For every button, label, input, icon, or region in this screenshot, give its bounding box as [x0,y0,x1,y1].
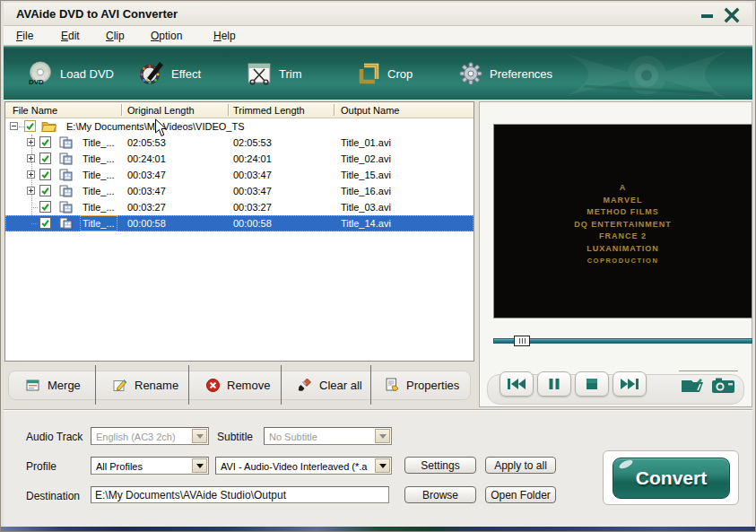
stop-icon [586,378,598,390]
snapshot-button[interactable] [711,377,736,398]
remove-icon [206,379,220,392]
video-preview: A MARVEL METHOD FILMS DQ ENTERTAINMENT F… [493,124,752,318]
clear-all-label: Clear all [319,379,362,392]
minimize-icon [701,14,713,18]
open-folder-button[interactable]: Open Folder [485,486,556,503]
menu-file[interactable]: File [13,29,37,43]
col-trimmed-length[interactable]: Trimmed Length [233,105,305,116]
checkbox[interactable] [39,153,51,164]
svg-text:DVD: DVD [29,78,44,86]
effect-wheel-icon [138,60,165,87]
slider-thumb[interactable] [514,336,530,346]
audio-track-label: Audio Track [26,431,83,443]
video-clip-icon [59,185,73,199]
expand-icon[interactable] [27,187,35,195]
merge-icon [26,379,40,392]
file-list: File Name Original Length Trimmed Length… [4,101,474,362]
crop-button[interactable]: Crop [356,57,413,90]
subtitle-select: No Subtitle [264,427,392,445]
video-clip-icon [59,153,73,167]
video-credits-text: A MARVEL METHOD FILMS DQ ENTERTAINMENT F… [494,182,752,267]
checkbox[interactable] [39,185,51,196]
skip-forward-icon [620,378,639,390]
browse-button[interactable]: Browse [404,486,476,503]
checkbox[interactable] [24,120,36,132]
pause-button[interactable] [537,371,571,397]
merge-button[interactable]: Merge [26,374,81,396]
rename-icon [113,379,127,392]
rename-button[interactable]: Rename [113,374,178,396]
load-dvd-button[interactable]: DVD Load DVD [27,57,114,90]
properties-button[interactable]: Properties [385,374,459,396]
table-row[interactable]: Title_... 00:03:27 00:03:27 Title_03.avi [5,199,474,215]
convert-label: Convert [613,467,729,489]
menu-help[interactable]: Help [210,29,239,43]
col-original-length[interactable]: Original Length [127,105,195,116]
merge-label: Merge [48,379,81,392]
dropdown-arrow-icon [379,434,387,439]
profile-select[interactable]: All Profiles [91,457,209,475]
expand-icon[interactable] [27,138,35,146]
col-file-name[interactable]: File Name [13,105,57,116]
subtitle-label: Subtitle [217,431,253,443]
remove-button[interactable]: Remove [206,374,270,396]
video-clip-icon [59,136,73,151]
dvd-disc-icon: DVD [27,60,54,87]
stop-button[interactable] [575,371,609,397]
menu-option[interactable]: Option [147,29,186,43]
menu-edit[interactable]: Edit [57,29,83,43]
open-output-folder-button[interactable] [679,377,706,398]
crop-label: Crop [387,67,413,81]
properties-icon [385,378,399,392]
destination-label: Destination [26,490,80,502]
video-clip-icon [59,217,73,231]
table-row[interactable]: Title_... 00:03:47 00:03:47 Title_15.avi [5,167,474,183]
load-dvd-label: Load DVD [60,67,114,81]
preferences-button[interactable]: Preferences [458,57,552,90]
clear-all-button[interactable]: Clear all [298,374,362,396]
gear-icon [458,61,483,86]
collapse-icon[interactable] [10,122,18,130]
trim-label: Trim [279,67,302,81]
table-row[interactable]: Title_... 00:24:01 00:24:01 Title_02.avi [5,151,474,167]
table-row[interactable]: Title_... 00:03:47 00:03:47 Title_16.avi [5,183,474,199]
table-row[interactable]: Title_... 02:05:53 02:05:53 Title_01.avi [5,135,474,151]
settings-button[interactable]: Settings [404,457,476,474]
checkbox[interactable] [39,169,51,180]
crop-frame-icon [356,61,381,86]
table-row-selected[interactable]: Title_... 00:00:58 00:00:58 Title_14.avi [5,215,474,231]
apply-to-all-button[interactable]: Apply to all [485,457,556,474]
expand-icon[interactable] [27,170,35,179]
checkbox[interactable] [39,136,51,148]
previous-button[interactable] [500,371,534,397]
open-folder-icon [679,377,706,395]
dropdown-arrow-icon [196,434,204,439]
snapshot-camera-icon [711,377,736,395]
format-select[interactable]: AVI - Audio-Video Interleaved (*.a [215,457,392,475]
tree-root-row[interactable]: E:\My Documents\My Videos\VIDEO_TS [5,118,474,135]
destination-field[interactable]: E:\My Documents\AVAide Studio\Output [91,486,389,503]
close-button[interactable] [724,7,740,23]
profile-label: Profile [26,460,56,473]
effect-button[interactable]: Effect [138,57,201,90]
expand-icon[interactable] [27,154,35,162]
checkbox[interactable] [39,201,51,213]
properties-label: Properties [406,379,459,392]
video-clip-icon [59,201,73,215]
dropdown-arrow-icon [379,464,387,468]
audio-track-select: English (AC3 2ch) [91,427,209,445]
seek-slider[interactable] [493,338,752,344]
effect-label: Effect [171,67,201,81]
main-toolbar: DVD Load DVD Effect [4,46,752,100]
minimize-button[interactable] [700,9,715,22]
menu-clip[interactable]: Clip [102,29,128,43]
title-bar: AVAide DVD to AVI Converter [4,3,752,26]
convert-button[interactable]: Convert [613,458,730,499]
app-window: AVAide DVD to AVI Converter File Edit Cl… [0,0,756,532]
video-clip-icon [59,169,73,183]
col-output-name[interactable]: Output Name [341,105,399,116]
trim-button[interactable]: Trim [246,57,302,90]
checkbox[interactable] [39,217,51,229]
next-button[interactable] [613,371,647,397]
clear-all-icon [298,378,312,392]
